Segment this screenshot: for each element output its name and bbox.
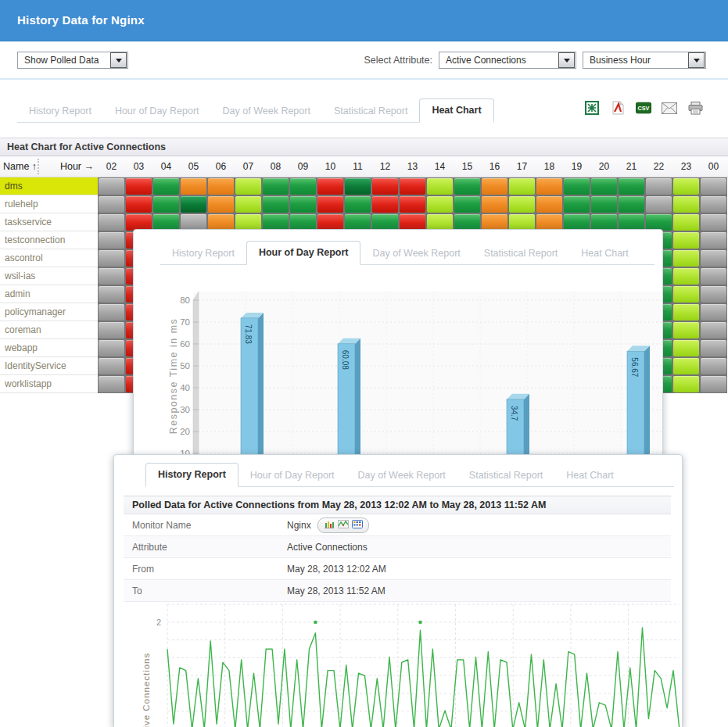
period-select[interactable]: Business Hour [583, 52, 706, 69]
tab-statistical-report[interactable]: Statistical Report [472, 242, 569, 265]
heat-cell-dms-14[interactable] [427, 178, 453, 195]
tab-history-report[interactable]: History Report [145, 463, 238, 487]
tab-day-of-week-report[interactable]: Day of Week Report [360, 242, 472, 265]
heat-cell-dms-23[interactable] [673, 178, 699, 195]
heat-cell-wsil-ias-02[interactable] [99, 268, 124, 285]
heat-cell-taskservice-00[interactable] [701, 214, 726, 231]
heat-cell-taskservice-16[interactable] [482, 214, 507, 231]
heat-cell-taskservice-13[interactable] [400, 214, 425, 231]
heat-cell-IdentityService-02[interactable] [99, 358, 124, 374]
heat-cell-IdentityService-23[interactable] [673, 358, 699, 374]
csv-export-icon[interactable]: CSV [636, 100, 651, 116]
heat-cell-dms-16[interactable] [482, 178, 507, 195]
heat-cell-rulehelp-14[interactable] [427, 196, 453, 213]
heat-cell-taskservice-17[interactable] [509, 214, 535, 231]
heat-cell-dms-22[interactable] [646, 178, 672, 195]
heat-cell-dms-09[interactable] [290, 178, 316, 195]
heat-cell-worklistapp-23[interactable] [673, 376, 699, 392]
heat-cell-rulehelp-20[interactable] [591, 196, 617, 213]
heat-cell-taskservice-08[interactable] [263, 214, 289, 231]
heat-cell-coreman-23[interactable] [673, 322, 699, 338]
tab-statistical-report[interactable]: Statistical Report [322, 100, 419, 123]
heat-cell-rulehelp-03[interactable] [126, 196, 152, 213]
heat-cell-rulehelp-21[interactable] [619, 196, 644, 213]
excel-export-icon[interactable] [584, 100, 600, 116]
heat-cell-admin-23[interactable] [673, 286, 699, 303]
heat-cell-taskservice-06[interactable] [208, 214, 234, 231]
heat-cell-rulehelp-13[interactable] [400, 196, 425, 213]
tab-day-of-week-report[interactable]: Day of Week Report [211, 100, 322, 123]
heat-cell-policymanager-02[interactable] [99, 304, 124, 321]
heat-cell-rulehelp-19[interactable] [564, 196, 590, 213]
heat-cell-taskservice-22[interactable] [646, 214, 672, 231]
heat-cell-policymanager-00[interactable] [701, 304, 726, 321]
heat-cell-dms-17[interactable] [509, 178, 535, 195]
heat-cell-wsil-ias-00[interactable] [701, 268, 726, 285]
heat-cell-admin-00[interactable] [701, 286, 726, 303]
monitor-name-taskservice[interactable]: taskservice [0, 213, 98, 231]
hour-sort-header[interactable]: Hour → [45, 161, 94, 172]
heat-cell-taskservice-05[interactable] [181, 214, 206, 231]
print-icon[interactable] [687, 100, 703, 116]
heat-cell-taskservice-23[interactable] [673, 214, 699, 231]
line-chart-icon[interactable] [338, 520, 349, 531]
tab-hour-of-day-report[interactable]: Hour of Day Report [246, 241, 361, 265]
heat-cell-policymanager-23[interactable] [673, 304, 699, 321]
heat-cell-webapp-00[interactable] [701, 340, 726, 356]
heat-cell-rulehelp-16[interactable] [482, 196, 507, 213]
heat-cell-taskservice-03[interactable] [126, 214, 152, 231]
heat-cell-taskservice-19[interactable] [564, 214, 590, 231]
heat-cell-dms-11[interactable] [345, 178, 371, 195]
heat-cell-taskservice-04[interactable] [153, 214, 179, 231]
heat-cell-wsil-ias-23[interactable] [673, 268, 699, 285]
heat-cell-dms-02[interactable] [99, 178, 124, 195]
chevron-down-icon[interactable] [688, 52, 705, 68]
heat-cell-ascontrol-00[interactable] [701, 250, 726, 267]
tab-day-of-week-report[interactable]: Day of Week Report [346, 464, 457, 487]
heat-cell-taskservice-09[interactable] [290, 214, 316, 231]
heat-cell-rulehelp-09[interactable] [290, 196, 316, 213]
monitor-name-dms[interactable]: dms [0, 177, 98, 195]
heat-cell-admin-02[interactable] [99, 286, 124, 303]
heat-cell-dms-05[interactable] [181, 178, 206, 195]
pdf-export-icon[interactable] [610, 100, 626, 116]
chevron-down-icon[interactable] [110, 52, 127, 68]
heat-cell-worklistapp-00[interactable] [701, 376, 726, 392]
tab-history-report[interactable]: History Report [17, 100, 103, 123]
heat-cell-rulehelp-22[interactable] [646, 196, 672, 213]
heat-cell-dms-07[interactable] [235, 178, 261, 195]
heat-cell-dms-03[interactable] [126, 178, 152, 195]
heat-cell-dms-08[interactable] [263, 178, 289, 195]
heat-cell-ascontrol-23[interactable] [673, 250, 699, 267]
heat-cell-rulehelp-04[interactable] [153, 196, 179, 213]
heat-cell-dms-18[interactable] [536, 178, 562, 195]
heat-cell-testconnection-23[interactable] [673, 232, 699, 249]
heat-cell-rulehelp-17[interactable] [509, 196, 535, 213]
heat-cell-dms-13[interactable] [400, 178, 425, 195]
heat-cell-rulehelp-00[interactable] [701, 196, 726, 213]
heat-cell-dms-10[interactable] [317, 178, 343, 195]
heat-cell-rulehelp-15[interactable] [454, 196, 480, 213]
tab-heat-chart[interactable]: Heat Chart [554, 464, 625, 487]
heat-cell-taskservice-14[interactable] [427, 214, 453, 231]
tab-statistical-report[interactable]: Statistical Report [457, 464, 554, 487]
heat-cell-coreman-02[interactable] [99, 322, 124, 338]
monitor-name-ascontrol[interactable]: ascontrol [0, 249, 98, 267]
heat-cell-rulehelp-02[interactable] [99, 196, 124, 213]
tab-heat-chart[interactable]: Heat Chart [569, 242, 640, 265]
heat-cell-rulehelp-23[interactable] [673, 196, 699, 213]
chevron-down-icon[interactable] [558, 52, 575, 68]
heat-cell-taskservice-02[interactable] [99, 214, 124, 231]
bar-chart-icon[interactable] [324, 520, 335, 531]
name-sort-header[interactable]: Name ↑ [3, 161, 37, 172]
monitor-name-testconnection[interactable]: testconnection [0, 231, 98, 249]
monitor-name-coreman[interactable]: coreman [0, 321, 98, 339]
heat-cell-rulehelp-18[interactable] [536, 196, 562, 213]
table-icon[interactable] [352, 520, 363, 531]
monitor-name-webapp[interactable]: webapp [0, 339, 98, 357]
heat-cell-taskservice-07[interactable] [235, 214, 261, 231]
attribute-select[interactable]: Active Connections [439, 52, 576, 69]
heat-cell-rulehelp-08[interactable] [263, 196, 289, 213]
heat-cell-dms-00[interactable] [701, 178, 726, 195]
heat-cell-testconnection-02[interactable] [99, 232, 124, 249]
